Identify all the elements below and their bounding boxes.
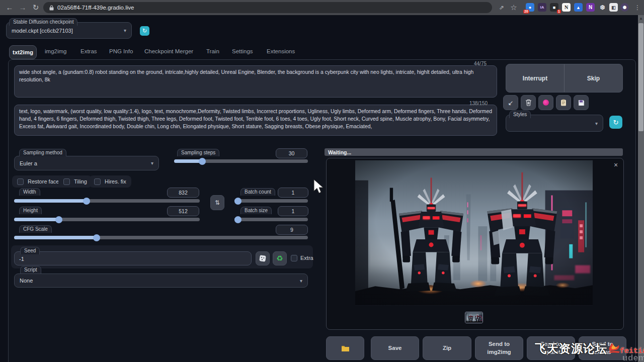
save-style-button[interactable] <box>574 95 589 110</box>
profile-avatar[interactable]: ✺ <box>620 3 629 12</box>
width-slider[interactable] <box>14 199 200 203</box>
seed-label: Seed <box>20 247 40 254</box>
generated-image[interactable] <box>355 160 593 306</box>
chevron-down-icon: ▾ <box>595 121 598 126</box>
hires-fix-checkbox[interactable] <box>94 178 101 185</box>
scrollbar-up-arrow[interactable]: ▲ <box>638 16 644 21</box>
pin-extension-icon[interactable]: ● 20 <box>526 3 534 12</box>
cart-extension-badge: 1 <box>557 10 561 14</box>
seed-input[interactable]: -1 <box>14 251 252 265</box>
open-folder-button[interactable] <box>326 336 364 360</box>
cart-extension-icon[interactable]: ■ 1 <box>550 3 558 12</box>
extensions-puzzle-icon[interactable]: ❆ <box>598 3 607 12</box>
chevron-down-icon: ▾ <box>124 28 126 33</box>
interrupt-button[interactable]: Interrupt <box>506 64 564 92</box>
cfg-scale-input[interactable]: 9 <box>276 225 308 235</box>
sampling-steps-input[interactable]: 30 <box>276 148 307 158</box>
swap-arrows-icon: ⇅ <box>215 199 220 206</box>
share-icon[interactable]: ⇗ <box>496 2 507 13</box>
seed-extra-checkbox[interactable] <box>291 255 297 261</box>
refresh-icon[interactable]: ↻ <box>30 2 41 13</box>
checkpoint-refresh-button[interactable]: ↻ <box>140 26 149 36</box>
seed-extra-label: Extra <box>300 255 313 261</box>
sampling-method-dropdown[interactable]: Euler a ▾ <box>14 156 159 170</box>
save-button[interactable]: Save <box>371 336 419 360</box>
slider-handle[interactable] <box>55 216 62 223</box>
sampling-steps-label: Sampling steps <box>177 149 219 156</box>
clear-prompt-button[interactable] <box>521 95 536 110</box>
refresh-icon: ↻ <box>613 119 619 126</box>
slider-fill <box>14 218 59 221</box>
gallery-thumbnail[interactable] <box>465 312 483 323</box>
slider-handle[interactable] <box>83 198 90 205</box>
sidebar-extension-icon[interactable]: ◧ <box>609 3 618 12</box>
width-input[interactable]: 832 <box>167 188 199 198</box>
prompt-textarea[interactable]: wide shot angle, a (gundam:0.8) robot st… <box>14 65 497 98</box>
batch-count-input[interactable]: 1 <box>278 188 308 198</box>
onenote-extension-icon[interactable]: N <box>586 3 595 12</box>
chevron-down-icon: ▾ <box>151 160 153 166</box>
recycle-icon: ♻ <box>276 254 283 263</box>
swap-dimensions-button[interactable]: ⇅ <box>210 195 224 210</box>
tab-extras[interactable]: Extras <box>80 48 97 54</box>
sampling-steps-slider[interactable] <box>174 159 308 163</box>
back-icon[interactable]: ← <box>4 2 15 13</box>
hires-fix-option[interactable]: Hires. fix <box>89 175 131 188</box>
arrow-down-left-icon: ↙ <box>508 99 514 107</box>
interrupt-skip-group: Interrupt Skip <box>506 64 623 93</box>
slider-handle[interactable] <box>93 234 100 241</box>
tab-extensions[interactable]: Extensions <box>267 48 295 54</box>
tab-img2img[interactable]: img2img <box>45 48 66 54</box>
folder-icon <box>341 345 350 352</box>
cfg-scale-slider[interactable] <box>14 236 308 239</box>
script-dropdown[interactable]: None ▾ <box>14 274 308 288</box>
batch-size-input[interactable]: 1 <box>278 206 308 216</box>
negative-prompt-textarea[interactable]: text, logo, watermark, (worst quality, l… <box>14 105 497 136</box>
width-label: Width <box>19 188 40 196</box>
reuse-seed-button[interactable]: ♻ <box>273 251 287 265</box>
prompt-token-counter: 44/75 <box>474 61 487 66</box>
tab-checkpoint-merger[interactable]: Checkpoint Merger <box>144 48 193 54</box>
restore-faces-checkbox[interactable] <box>17 178 24 185</box>
paste-params-button[interactable]: ↙ <box>503 95 518 110</box>
tiling-option[interactable]: Tiling <box>58 175 92 188</box>
browser-menu-icon[interactable]: ⋮ <box>632 2 643 13</box>
scrollbar-thumb[interactable] <box>638 23 643 131</box>
tab-settings[interactable]: Settings <box>232 48 253 54</box>
script-value: None <box>20 278 33 284</box>
batch-size-label: Batch size <box>240 207 272 214</box>
pin-extension-badge: 20 <box>523 10 529 14</box>
photos-extension-icon[interactable]: ▲ <box>574 3 583 12</box>
bookmark-star-icon[interactable]: ☆ <box>508 2 519 13</box>
slider-handle[interactable] <box>234 198 242 205</box>
tiling-checkbox[interactable] <box>63 178 70 185</box>
height-input[interactable]: 512 <box>167 206 199 216</box>
hires-fix-label: Hires. fix <box>105 178 126 185</box>
sampling-method-value: Euler a <box>20 160 37 166</box>
checkpoint-label: Stable Diffusion checkpoint <box>9 18 77 26</box>
extra-networks-button[interactable] <box>538 95 553 110</box>
slider-handle[interactable] <box>234 216 242 223</box>
zip-button[interactable]: Zip <box>423 336 471 360</box>
page-scrollbar[interactable]: ▲ <box>638 15 644 362</box>
close-icon[interactable]: × <box>614 161 618 169</box>
slider-fill <box>174 159 202 163</box>
batch-size-slider[interactable] <box>234 218 308 221</box>
tab-txt2img[interactable]: txt2img <box>9 45 37 59</box>
height-label: Height <box>19 207 42 214</box>
slider-handle[interactable] <box>199 158 206 165</box>
forward-icon[interactable]: → <box>17 2 28 13</box>
tab-png-info[interactable]: PNG Info <box>109 48 133 54</box>
batch-count-slider[interactable] <box>234 199 308 203</box>
styles-refresh-button[interactable]: ↻ <box>609 116 622 129</box>
random-seed-button[interactable] <box>256 251 270 265</box>
ia-extension-icon[interactable]: IA <box>538 3 546 12</box>
address-bar[interactable]: 02a56ff4-71ff-439e.gradio.live <box>43 2 492 13</box>
height-slider[interactable] <box>14 218 200 221</box>
notion-extension-icon[interactable]: N <box>562 3 571 12</box>
tab-train[interactable]: Train <box>206 48 219 54</box>
apply-style-button[interactable] <box>556 95 571 110</box>
dice-icon <box>259 255 266 262</box>
skip-button[interactable]: Skip <box>565 64 622 92</box>
send-to-img2img-button[interactable]: Send to img2img <box>475 336 523 360</box>
